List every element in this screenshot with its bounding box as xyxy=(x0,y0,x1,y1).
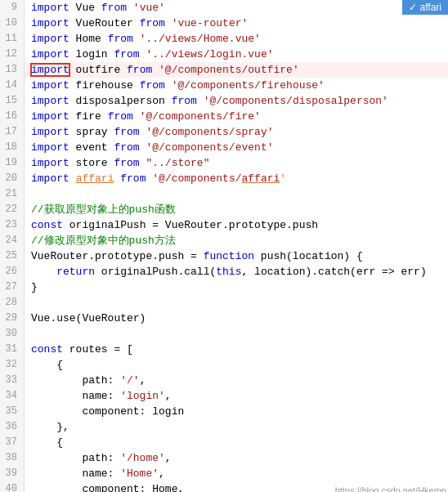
keyword: from xyxy=(108,33,133,45)
line-number: 15 xyxy=(0,93,25,109)
keyword: from xyxy=(114,141,139,154)
line-content: import login from '../views/login.vue' xyxy=(25,47,448,62)
keyword: from xyxy=(114,157,139,169)
line-number: 17 xyxy=(0,124,25,140)
table-row: 28 xyxy=(0,295,448,311)
line-content: { xyxy=(25,435,448,450)
keyword: import xyxy=(31,2,69,14)
code-text: path: xyxy=(31,374,120,387)
keyword: from xyxy=(101,2,127,14)
code-text: VueRouter xyxy=(69,17,140,29)
code-text: , xyxy=(165,390,172,402)
table-row: 34 name: 'login', xyxy=(0,388,448,404)
line-content: import outfire from '@/components/outfir… xyxy=(25,62,448,78)
string: '../views/Home.vue' xyxy=(140,33,261,45)
line-number: 11 xyxy=(0,31,25,47)
line-content: { xyxy=(25,357,448,373)
watermark: https://blog.csdn.net/Hkemp xyxy=(335,485,446,492)
string: '@/components/firehouse' xyxy=(172,79,325,92)
table-row: 30 xyxy=(0,326,448,342)
string: 'login' xyxy=(120,390,165,402)
table-row: 32 { xyxy=(0,357,448,373)
code-text xyxy=(152,64,159,76)
keyword: import xyxy=(31,48,69,60)
keyword: import xyxy=(31,141,69,154)
string: '@/components/ xyxy=(152,172,241,185)
line-number: 9 xyxy=(0,0,25,16)
code-text: } xyxy=(31,281,38,293)
line-number: 22 xyxy=(0,202,25,217)
line-content: import Vue from 'vue' xyxy=(25,0,448,16)
keyword: from xyxy=(140,79,165,92)
line-content: const routes = [ xyxy=(25,342,448,357)
keyword: const xyxy=(31,219,63,231)
line-number: 12 xyxy=(0,47,25,62)
code-text: spray xyxy=(69,126,114,138)
keyword: import xyxy=(31,33,69,45)
table-row: 39 name: 'Home', xyxy=(0,466,448,481)
table-row: 11import Home from '../views/Home.vue' xyxy=(0,31,448,47)
line-content: path: '/', xyxy=(25,373,448,388)
keyword: from xyxy=(120,172,146,185)
line-number: 37 xyxy=(0,435,25,450)
table-row: 10import VueRouter from 'vue-router' xyxy=(0,16,448,31)
keyword: const xyxy=(31,343,63,356)
table-row: 36 }, xyxy=(0,419,448,435)
line-content: import VueRouter from 'vue-router' xyxy=(25,16,448,31)
line-number: 35 xyxy=(0,404,25,419)
code-text: login xyxy=(69,48,114,60)
variable-underlined: affari xyxy=(76,172,114,185)
line-content: import disposalperson from '@/components… xyxy=(25,93,448,109)
line-content: import fire from '@/components/fire' xyxy=(25,109,448,124)
line-number: 23 xyxy=(0,217,25,233)
code-text xyxy=(197,95,204,107)
code-text: name: xyxy=(31,467,120,480)
code-text: disposalperson xyxy=(69,95,172,107)
keyword: from xyxy=(140,17,165,29)
table-row: 31const routes = [ xyxy=(0,342,448,357)
string: 'vue' xyxy=(133,2,165,14)
code-text: { xyxy=(31,436,63,449)
line-content: import store from "../store" xyxy=(25,155,448,171)
code-text xyxy=(133,33,140,45)
keyword: import xyxy=(31,79,69,92)
keyword: import xyxy=(31,126,69,138)
keyword: this xyxy=(216,266,241,278)
line-number: 29 xyxy=(0,311,25,326)
line-content xyxy=(25,295,448,311)
line-number: 28 xyxy=(0,295,25,311)
line-number: 40 xyxy=(0,481,25,492)
string: "../store" xyxy=(146,157,209,169)
keyword: from xyxy=(108,110,133,123)
code-text xyxy=(31,266,56,278)
comment: //修改原型对象中的push方法 xyxy=(31,235,176,247)
line-number: 13 xyxy=(0,62,25,78)
line-number: 33 xyxy=(0,373,25,388)
string: ' xyxy=(280,172,286,185)
code-text xyxy=(69,172,76,185)
code-text: }, xyxy=(31,421,69,433)
line-number: 27 xyxy=(0,280,25,295)
string: 'vue-router' xyxy=(172,17,249,29)
line-content: import spray from '@/components/spray' xyxy=(25,124,448,140)
string: '@/components/disposalperson' xyxy=(204,95,388,107)
string-underlined: affari xyxy=(242,172,280,185)
keyword: return xyxy=(56,266,95,278)
code-text xyxy=(127,2,133,14)
table-row: 35 component: login xyxy=(0,404,448,419)
code-editor: ✓ affari 9import Vue from 'vue'10import … xyxy=(0,0,448,492)
table-row: 17import spray from '@/components/spray' xyxy=(0,124,448,140)
keyword: import xyxy=(31,95,69,107)
code-text: component: login xyxy=(31,405,184,418)
line-number: 18 xyxy=(0,140,25,155)
table-row: 14import firehouse from '@/components/fi… xyxy=(0,78,448,93)
string: '@/components/spray' xyxy=(146,126,273,138)
line-number: 10 xyxy=(0,16,25,31)
table-row: 38 path: '/home', xyxy=(0,450,448,466)
line-content: name: 'Home', xyxy=(25,466,448,481)
table-row: 37 { xyxy=(0,435,448,450)
code-text: event xyxy=(69,141,114,154)
code-text: originalPush = VueRouter.prototype.push xyxy=(63,219,318,231)
code-text: { xyxy=(31,359,63,371)
keyword: from xyxy=(127,64,152,76)
